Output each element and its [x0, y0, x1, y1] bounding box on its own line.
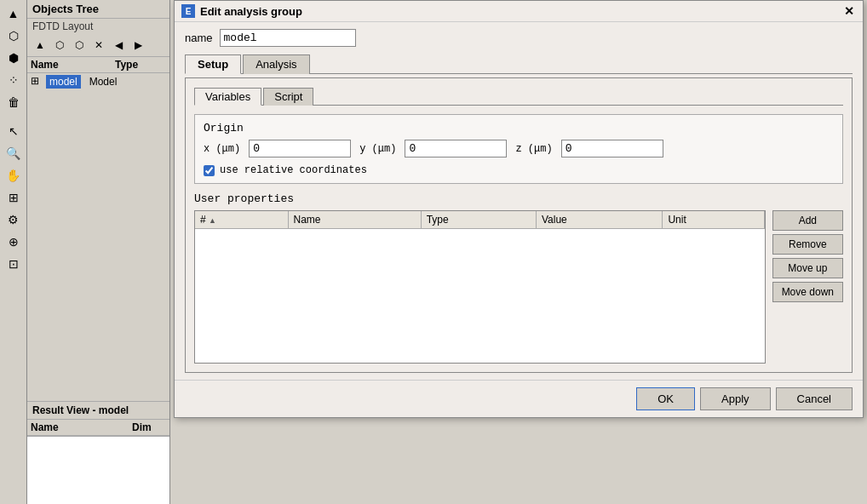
props-table-wrapper: # ▲ Name Type Value Unit	[194, 210, 766, 364]
toolbar-icon-11[interactable]: ⊕	[3, 232, 24, 252]
y-coord-label: y (μm)	[359, 143, 396, 155]
relative-coords-label: use relative coordinates	[220, 164, 367, 176]
ok-button[interactable]: OK	[636, 387, 695, 410]
result-col-name: Name	[31, 421, 132, 433]
inner-tab-script[interactable]: Script	[263, 88, 313, 106]
toolbar-icon-10[interactable]: ⚙	[3, 209, 24, 230]
user-props-container: # ▲ Name Type Value Unit	[194, 210, 843, 364]
toolbar-icon-3[interactable]: ⬢	[3, 48, 24, 68]
tree-col-type: Type	[115, 59, 166, 71]
props-buttons: Add Remove Move up Move down	[772, 210, 843, 364]
cancel-button[interactable]: Cancel	[776, 387, 853, 410]
name-label: name	[185, 32, 213, 44]
z-coord-label: z (μm)	[515, 143, 552, 155]
model-node-icon: ⊞	[31, 75, 44, 89]
fdtd-layout-label: FDTD Layout	[27, 19, 169, 34]
tree-toolbar-btn-1[interactable]: ▲	[31, 36, 49, 54]
toolbar-icon-1[interactable]: ▲	[3, 3, 24, 24]
result-view-label: Result View - model	[27, 401, 169, 420]
tab-content-setup: Variables Script Origin x (μm) y (μm) z …	[185, 77, 853, 373]
toolbar-icon-6[interactable]: ↖	[3, 121, 24, 141]
tree-toolbar-btn-4[interactable]: ✕	[89, 36, 108, 54]
move-down-button[interactable]: Move down	[772, 282, 843, 302]
edit-analysis-group-dialog: E Edit analysis group ✕ name Setup Analy…	[174, 0, 864, 418]
dialog-titlebar: E Edit analysis group ✕	[175, 1, 863, 22]
sort-icon-hash: ▲	[209, 216, 216, 225]
relative-coords-checkbox[interactable]	[204, 165, 215, 176]
tab-analysis[interactable]: Analysis	[243, 54, 309, 74]
inner-tab-bar: Variables Script	[194, 87, 843, 106]
name-row: name	[185, 29, 853, 47]
toolbar-icon-5[interactable]: 🗑	[3, 92, 24, 112]
x-coord-label: x (μm)	[204, 143, 240, 155]
inner-tab-variables[interactable]: Variables	[194, 88, 261, 106]
col-value: Value	[536, 211, 662, 229]
tree-header: Name Type	[27, 57, 169, 73]
dialog-title-icon: E	[181, 4, 195, 18]
outer-tab-bar: Setup Analysis	[185, 54, 853, 74]
tree-row-model[interactable]: ⊞ model Model	[27, 73, 169, 90]
props-table: # ▲ Name Type Value Unit	[195, 211, 765, 229]
col-hash: # ▲	[195, 211, 288, 229]
dialog-title-text: Edit analysis group	[200, 5, 302, 18]
user-props-label: User properties	[194, 192, 843, 205]
col-type: Type	[421, 211, 536, 229]
remove-button[interactable]: Remove	[772, 234, 843, 255]
dialog-footer: OK Apply Cancel	[175, 380, 863, 417]
model-node-label[interactable]: model	[46, 75, 81, 89]
toolbar-icon-8[interactable]: ✋	[3, 165, 24, 186]
col-name: Name	[288, 211, 421, 229]
tree-col-name: Name	[31, 59, 115, 71]
tree-toolbar-row: ▲ ⬡ ⬡ ✕ ◀ ▶	[27, 34, 169, 57]
x-coord-input[interactable]	[249, 140, 351, 158]
dialog-close-button[interactable]: ✕	[842, 4, 856, 18]
objects-tree-title: Objects Tree	[27, 0, 169, 19]
toolbar-icon-12[interactable]: ⊡	[3, 254, 24, 274]
col-unit: Unit	[663, 211, 764, 229]
tree-toolbar-btn-2[interactable]: ⬡	[50, 36, 69, 54]
y-coord-input[interactable]	[405, 140, 507, 158]
user-properties-section: User properties # ▲ Name	[194, 192, 843, 364]
apply-button[interactable]: Apply	[700, 387, 771, 410]
z-coord-input[interactable]	[561, 140, 663, 158]
tab-setup[interactable]: Setup	[185, 54, 241, 74]
toolbar-icon-4[interactable]: ⁘	[3, 70, 24, 90]
origin-section: Origin x (μm) y (μm) z (μm) use relative…	[194, 114, 843, 184]
tree-toolbar-btn-6[interactable]: ▶	[129, 36, 147, 54]
tree-toolbar-btn-3[interactable]: ⬡	[70, 36, 89, 54]
add-button[interactable]: Add	[772, 210, 843, 231]
tree-toolbar-btn-5[interactable]: ◀	[109, 36, 128, 54]
origin-label: Origin	[204, 122, 834, 135]
dialog-title: E Edit analysis group	[181, 4, 302, 18]
toolbar-icon-9[interactable]: ⊞	[3, 187, 24, 208]
relative-coords-row: use relative coordinates	[204, 164, 834, 176]
name-input[interactable]	[220, 29, 356, 47]
model-type-label: Model	[89, 76, 118, 88]
left-toolbar: ▲ ⬡ ⬢ ⁘ 🗑 ↖ 🔍 ✋ ⊞ ⚙ ⊕ ⊡	[0, 0, 27, 504]
move-up-button[interactable]: Move up	[772, 258, 843, 278]
coord-row: x (μm) y (μm) z (μm)	[204, 140, 834, 158]
dialog-overlay: E Edit analysis group ✕ name Setup Analy…	[170, 0, 867, 504]
toolbar-icon-2[interactable]: ⬡	[3, 26, 24, 46]
result-view-content	[27, 436, 169, 504]
left-panel: Objects Tree FDTD Layout ▲ ⬡ ⬡ ✕ ◀ ▶ Nam…	[27, 0, 170, 504]
toolbar-icon-7[interactable]: 🔍	[3, 143, 24, 163]
result-col-dim: Dim	[132, 421, 166, 433]
result-header: Name Dim	[27, 420, 169, 436]
dialog-body: name Setup Analysis Variables Script Ori…	[175, 22, 863, 380]
